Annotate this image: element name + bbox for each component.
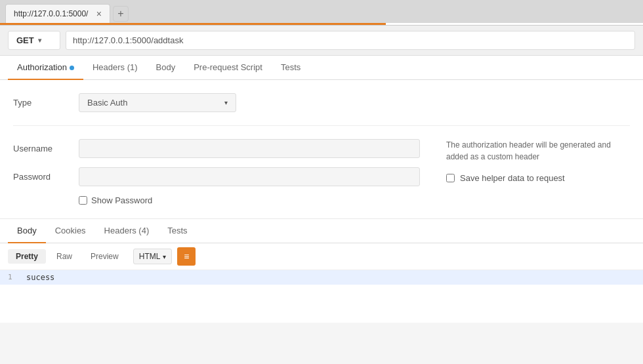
new-tab-button[interactable]: + <box>113 6 129 22</box>
username-label: Username <box>13 144 79 153</box>
auth-section: Type Basic Auth ▾ Username Password Show… <box>0 80 643 219</box>
tab-pre-request[interactable]: Pre-request Script <box>184 56 272 80</box>
tab-title: http://127.0.0.1:5000/ <box>14 9 91 18</box>
show-password-label[interactable]: Show Password <box>91 195 152 205</box>
tab-tests[interactable]: Tests <box>272 56 310 80</box>
response-line-1: 1 sucess <box>0 270 643 285</box>
format-chevron-icon: ▾ <box>163 253 166 260</box>
tab-close-icon[interactable]: × <box>96 9 102 19</box>
url-bar: GET ▾ <box>0 26 643 56</box>
helper-data-checkbox[interactable] <box>446 174 455 182</box>
response-toolbar: Pretty Raw Preview HTML ▾ ≡ <box>0 243 643 270</box>
method-label: GET <box>16 35 34 45</box>
helper-data-row: Save helper data to request <box>446 173 630 183</box>
wrap-button[interactable]: ≡ <box>177 247 196 266</box>
preview-button[interactable]: Preview <box>83 249 127 264</box>
pretty-button[interactable]: Pretty <box>8 249 46 264</box>
format-dropdown[interactable]: HTML ▾ <box>133 249 173 264</box>
line-number: 1 <box>8 273 18 281</box>
password-input[interactable] <box>79 167 420 186</box>
username-row: Username <box>13 139 420 158</box>
method-dropdown[interactable]: GET ▾ <box>8 31 60 50</box>
line-content: sucess <box>26 273 54 282</box>
auth-type-value: Basic Auth <box>87 98 127 108</box>
resp-tab-cookies[interactable]: Cookies <box>46 219 95 243</box>
authorization-dot <box>70 66 74 70</box>
response-tabs: Body Cookies Headers (4) Tests <box>0 219 643 243</box>
auth-right-panel: The authorization header will be generat… <box>446 139 630 205</box>
wrap-icon: ≡ <box>184 251 189 262</box>
browser-tab[interactable]: http://127.0.0.1:5000/ × <box>5 4 110 23</box>
auth-left-panel: Username Password Show Password <box>13 139 420 205</box>
show-password-checkbox[interactable] <box>79 196 87 205</box>
format-value: HTML <box>139 252 161 261</box>
tab-body[interactable]: Body <box>147 56 185 80</box>
type-label: Type <box>13 98 79 108</box>
auth-info-text: The authorization header will be generat… <box>446 139 630 163</box>
auth-divider <box>13 125 630 126</box>
loading-bar <box>0 23 643 25</box>
url-input[interactable] <box>66 31 635 50</box>
request-tabs: Authorization Headers (1) Body Pre-reque… <box>0 56 643 80</box>
browser-chrome: http://127.0.0.1:5000/ × + <box>0 0 643 26</box>
show-password-row: Show Password <box>79 195 420 205</box>
password-row: Password <box>13 167 420 186</box>
tab-authorization[interactable]: Authorization <box>8 56 83 80</box>
auth-fields: Username Password Show Password The auth… <box>13 139 630 205</box>
method-chevron-icon: ▾ <box>38 37 41 44</box>
password-label: Password <box>13 172 79 182</box>
resp-tab-headers[interactable]: Headers (4) <box>95 219 159 243</box>
auth-type-chevron-icon: ▾ <box>224 99 228 106</box>
username-input[interactable] <box>79 139 420 158</box>
resp-tab-tests[interactable]: Tests <box>158 219 196 243</box>
helper-data-label[interactable]: Save helper data to request <box>460 173 565 183</box>
raw-button[interactable]: Raw <box>49 249 80 264</box>
tab-headers[interactable]: Headers (1) <box>83 56 147 80</box>
tab-bar: http://127.0.0.1:5000/ × + <box>0 0 643 23</box>
auth-type-row: Type Basic Auth ▾ <box>13 93 630 112</box>
response-body: 1 sucess <box>0 270 643 323</box>
resp-tab-body[interactable]: Body <box>8 219 46 243</box>
auth-type-dropdown[interactable]: Basic Auth ▾ <box>79 93 236 112</box>
